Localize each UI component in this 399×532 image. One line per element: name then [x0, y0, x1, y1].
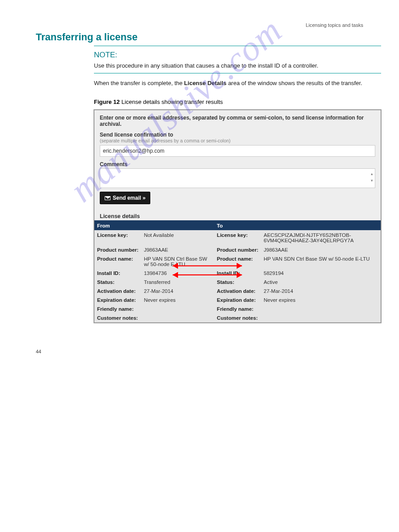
page-number: 44 — [36, 349, 41, 354]
license-details-heading: License details — [100, 213, 375, 219]
cell-value: J9863AAE — [141, 245, 214, 254]
cell-label: Status: — [214, 278, 261, 287]
cell-label: Friendly name: — [214, 305, 261, 313]
comments-textarea[interactable]: ▴▾ — [100, 168, 375, 188]
cell-label: Activation date: — [214, 287, 261, 296]
cell-label: Status: — [94, 278, 141, 287]
column-header-from: From — [94, 221, 214, 230]
text-span: area of the window shows the results of … — [226, 80, 362, 86]
cell-label: Product name: — [94, 254, 141, 269]
cell-value: HP VAN SDN Ctrl Base SW w/ 50-node E-LTU — [141, 254, 214, 269]
comments-label: Comments — [100, 161, 375, 167]
divider — [94, 73, 381, 73]
cell-label: Friendly name: — [94, 305, 141, 313]
cell-value: Not Available — [141, 230, 214, 245]
scroll-indicator: ▴▾ — [371, 171, 373, 184]
note-heading: NOTE: — [94, 51, 399, 60]
send-email-button[interactable]: Send email » — [100, 192, 150, 204]
cell-label: Product number: — [94, 245, 141, 254]
cell-label: License key: — [94, 230, 141, 245]
cell-value — [141, 313, 214, 322]
text-strong: License Details — [184, 80, 227, 86]
send-email-label: Send email » — [113, 195, 145, 201]
license-details-table: From To License key: Not Available Licen… — [94, 220, 381, 322]
text-span: When the transfer is complete, the — [94, 80, 184, 86]
cell-value: Never expires — [261, 296, 381, 305]
cell-label: Product name: — [214, 254, 261, 269]
license-panel: Enter one or more email addresses, separ… — [94, 110, 381, 323]
cell-value: 5829194 — [261, 269, 381, 278]
cell-value: 27-Mar-2014 — [261, 287, 381, 296]
cell-label: Customer notes: — [214, 313, 261, 322]
cell-value: AECSCPIZAJMDI-NJTFY6S2NBTOB-6VM4QKEQ4HAE… — [261, 230, 381, 245]
cell-value: Never expires — [141, 296, 214, 305]
figure-title: License details showing transfer results — [121, 99, 223, 105]
cell-label: Customer notes: — [94, 313, 141, 322]
divider — [94, 46, 381, 46]
figure-label: Figure 12 — [94, 99, 120, 105]
cell-value — [141, 305, 214, 313]
panel-intro: Enter one or more email addresses, separ… — [100, 115, 375, 127]
cell-label: Product number: — [214, 245, 261, 254]
email-input[interactable]: eric.henderson2@hp.com — [100, 145, 375, 157]
page-title: Transferring a license — [0, 31, 399, 46]
cell-value: 27-Mar-2014 — [141, 287, 214, 296]
cell-label: Activation date: — [94, 287, 141, 296]
column-header-to: To — [214, 221, 381, 230]
envelope-icon — [105, 196, 110, 200]
cell-value — [261, 305, 381, 313]
cell-value: 13984736 — [141, 269, 214, 278]
cell-label: Install ID: — [94, 269, 141, 278]
cell-label: Install ID: — [214, 269, 261, 278]
cell-label: License key: — [214, 230, 261, 245]
cell-label: Expiration date: — [94, 296, 141, 305]
send-confirmation-label: Send license confirmation to — [100, 132, 375, 138]
body-paragraph: When the transfer is complete, the Licen… — [94, 79, 381, 88]
note-text: Use this procedure in any situation that… — [94, 61, 381, 70]
figure-caption: Figure 12 License details showing transf… — [94, 99, 381, 105]
page-header: Licensing topics and tasks — [0, 0, 399, 31]
cell-value — [261, 313, 381, 322]
send-confirmation-help: (separate multiple email addresses by a … — [100, 138, 375, 143]
cell-value: Transferred — [141, 278, 214, 287]
cell-value: Active — [261, 278, 381, 287]
cell-label: Expiration date: — [214, 296, 261, 305]
cell-value: J9863AAE — [261, 245, 381, 254]
cell-value: HP VAN SDN Ctrl Base SW w/ 50-node E-LTU — [261, 254, 381, 269]
